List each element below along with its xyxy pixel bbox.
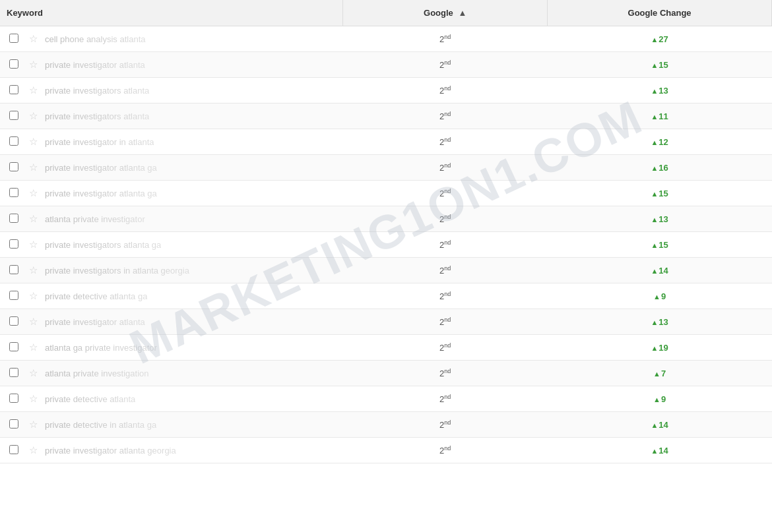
table-row: ☆ private investigator in atlanta 2nd▲12 (0, 129, 772, 155)
row-checkbox-cell (7, 111, 21, 122)
google-column-header[interactable]: Google ▲ (343, 0, 548, 26)
row-checkbox[interactable] (9, 394, 18, 403)
star-icon[interactable]: ☆ (29, 187, 38, 198)
row-star-cell: ☆ (25, 316, 41, 328)
change-cell: ▲12 (548, 129, 772, 155)
rank-value: 2nd (439, 394, 451, 404)
change-value: ▲13 (651, 214, 668, 224)
row-star-cell: ☆ (25, 419, 41, 430)
rank-value: 2nd (439, 266, 451, 276)
change-value: ▲9 (653, 291, 666, 301)
google-rank-cell: 2nd (343, 438, 548, 463)
row-checkbox[interactable] (9, 59, 18, 69)
rank-value: 2nd (439, 446, 451, 456)
up-arrow-icon: ▲ (651, 318, 658, 326)
row-star-cell: ☆ (25, 341, 41, 353)
row-checkbox[interactable] (9, 162, 18, 171)
star-icon[interactable]: ☆ (29, 341, 38, 353)
row-checkbox[interactable] (9, 111, 18, 120)
up-arrow-icon: ▲ (651, 138, 658, 146)
table-row: ☆ private investigator atlanta ga 2nd▲16 (0, 155, 772, 181)
table-row: ☆ private investigator atlanta ga 2nd▲15 (0, 181, 772, 206)
up-arrow-icon: ▲ (653, 396, 660, 403)
table-row: ☆ cell phone analysis atlanta 2nd▲27 (0, 26, 772, 52)
row-checkbox[interactable] (9, 291, 18, 300)
star-icon[interactable]: ☆ (29, 110, 38, 121)
star-icon[interactable]: ☆ (29, 136, 38, 147)
change-value: ▲14 (651, 420, 668, 430)
star-icon[interactable]: ☆ (29, 213, 38, 224)
change-cell: ▲9 (548, 283, 772, 309)
keyword-text: private investigators atlanta (45, 111, 149, 121)
row-checkbox[interactable] (9, 445, 18, 454)
table-row: ☆ private detective atlanta 2nd▲9 (0, 386, 772, 412)
row-checkbox[interactable] (9, 265, 18, 274)
google-rank-cell: 2nd (343, 283, 548, 309)
keyword-text: private detective atlanta (45, 394, 135, 404)
table-row: ☆ private investigator atlanta 2nd▲13 (0, 309, 772, 335)
change-value: ▲13 (651, 86, 668, 96)
google-rank-cell: 2nd (343, 386, 548, 412)
keyword-text: private investigator atlanta ga (45, 163, 157, 173)
star-icon[interactable]: ☆ (29, 162, 38, 173)
row-star-cell: ☆ (25, 187, 41, 199)
row-checkbox-cell (7, 394, 21, 405)
up-arrow-icon: ▲ (651, 164, 658, 172)
change-cell: ▲7 (548, 361, 772, 386)
row-checkbox[interactable] (9, 368, 18, 377)
star-icon[interactable]: ☆ (29, 290, 38, 301)
up-arrow-icon: ▲ (651, 344, 658, 352)
up-arrow-icon: ▲ (651, 216, 658, 223)
change-value: ▲15 (651, 60, 668, 70)
row-checkbox[interactable] (9, 188, 18, 197)
row-checkbox[interactable] (9, 214, 18, 223)
table-row: ☆ private detective atlanta ga 2nd▲9 (0, 283, 772, 309)
row-checkbox-cell (7, 136, 21, 148)
row-star-cell: ☆ (25, 110, 41, 122)
table-row: ☆ private investigators atlanta 2nd▲11 (0, 103, 772, 129)
keyword-header-label: Keyword (7, 8, 43, 18)
change-value: ▲14 (651, 446, 668, 456)
star-icon[interactable]: ☆ (29, 367, 38, 378)
row-checkbox-cell (7, 316, 21, 328)
star-icon[interactable]: ☆ (29, 444, 38, 456)
sort-arrow-icon: ▲ (458, 8, 466, 18)
table-row: ☆ private investigators in atlanta georg… (0, 258, 772, 283)
row-checkbox[interactable] (9, 85, 18, 94)
star-icon[interactable]: ☆ (29, 264, 38, 276)
star-icon[interactable]: ☆ (29, 59, 38, 70)
table-row: ☆ atlanta ga private investigator 2nd▲19 (0, 335, 772, 361)
row-checkbox[interactable] (9, 342, 18, 351)
change-cell: ▲15 (548, 181, 772, 206)
row-checkbox[interactable] (9, 419, 18, 429)
row-checkbox[interactable] (9, 34, 18, 43)
row-star-cell: ☆ (25, 59, 41, 71)
google-rank-cell: 2nd (343, 52, 548, 78)
star-icon[interactable]: ☆ (29, 393, 38, 404)
star-icon[interactable]: ☆ (29, 419, 38, 430)
star-icon[interactable]: ☆ (29, 316, 38, 327)
star-icon[interactable]: ☆ (29, 239, 38, 250)
row-checkbox[interactable] (9, 316, 18, 326)
row-star-cell: ☆ (25, 33, 41, 45)
keyword-text: private detective atlanta ga (45, 291, 147, 301)
star-icon[interactable]: ☆ (29, 84, 38, 96)
change-value: ▲7 (653, 369, 666, 378)
up-arrow-icon: ▲ (651, 241, 658, 249)
row-checkbox-cell (7, 59, 21, 71)
row-checkbox-cell (7, 342, 21, 353)
row-checkbox-cell (7, 188, 21, 199)
change-cell: ▲16 (548, 155, 772, 181)
row-checkbox-cell (7, 368, 21, 379)
row-checkbox[interactable] (9, 239, 18, 249)
rank-value: 2nd (439, 420, 451, 430)
google-rank-cell: 2nd (343, 361, 548, 386)
row-checkbox-cell (7, 162, 21, 173)
keyword-text: atlanta private investigation (45, 369, 149, 378)
row-checkbox[interactable] (9, 136, 18, 146)
change-cell: ▲13 (548, 78, 772, 103)
star-icon[interactable]: ☆ (29, 33, 38, 44)
keyword-cell: ☆ private detective atlanta (0, 386, 343, 412)
keyword-text: private investigator atlanta (45, 317, 145, 327)
up-arrow-icon: ▲ (651, 113, 658, 121)
